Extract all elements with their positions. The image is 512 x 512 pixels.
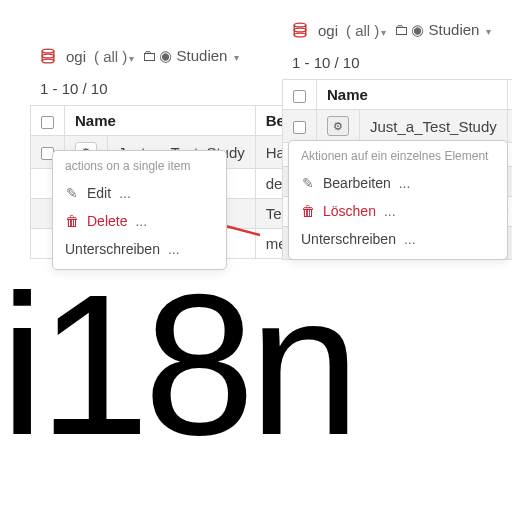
breadcrumb-user[interactable]: ogi bbox=[318, 22, 338, 39]
menu-header: actions on a single item bbox=[53, 157, 226, 179]
svg-point-4 bbox=[294, 28, 306, 32]
menu-edit[interactable]: ✎ Edit ... bbox=[53, 179, 226, 207]
folder-icon: 🗀 bbox=[394, 21, 409, 38]
col-name[interactable]: Name bbox=[317, 80, 508, 110]
svg-point-3 bbox=[294, 23, 306, 27]
select-all-checkbox[interactable] bbox=[293, 90, 306, 103]
app-logo-icon bbox=[38, 44, 58, 68]
breadcrumb: ogi ( all )▾ 🗀◉ Studien ▾ bbox=[30, 38, 270, 74]
table-row[interactable]: ⚙ Just_a_Test_Study Hallo bbox=[283, 110, 513, 143]
menu-header: Aktionen auf ein einzelnes Element bbox=[289, 147, 507, 169]
app-logo-icon bbox=[290, 18, 310, 42]
breadcrumb-scope[interactable]: ( all )▾ bbox=[346, 22, 386, 39]
col-desc[interactable]: Besch bbox=[507, 80, 512, 110]
trash-icon: 🗑 bbox=[301, 203, 315, 219]
breadcrumb: ogi ( all )▾ 🗀◉ Studien ▾ bbox=[282, 12, 512, 48]
svg-point-0 bbox=[42, 49, 54, 53]
chevron-down-icon: ▾ bbox=[129, 53, 134, 64]
menu-delete[interactable]: 🗑 Löschen ... bbox=[289, 197, 507, 225]
menu-sign[interactable]: Unterschreiben ... bbox=[53, 235, 226, 263]
row-checkbox[interactable] bbox=[293, 121, 306, 134]
select-all-checkbox[interactable] bbox=[41, 116, 54, 129]
col-name[interactable]: Name bbox=[65, 106, 256, 136]
menu-sign[interactable]: Unterschreiben ... bbox=[289, 225, 507, 253]
trash-icon: 🗑 bbox=[65, 213, 79, 229]
pager: 1 - 10 / 10 bbox=[282, 48, 512, 79]
row-actions-button[interactable]: ⚙ bbox=[327, 116, 349, 136]
row-actions-menu-de: Aktionen auf ein einzelnes Element ✎ Bea… bbox=[288, 140, 508, 260]
row-actions-menu: actions on a single item ✎ Edit ... 🗑 De… bbox=[52, 150, 227, 270]
breadcrumb-user[interactable]: ogi bbox=[66, 48, 86, 65]
pencil-icon: ✎ bbox=[65, 185, 79, 201]
gear-icon: ⚙ bbox=[333, 120, 343, 133]
chevron-down-icon: ▾ bbox=[234, 52, 239, 63]
chevron-down-icon: ▾ bbox=[381, 27, 386, 38]
menu-edit[interactable]: ✎ Bearbeiten ... bbox=[289, 169, 507, 197]
pencil-icon: ✎ bbox=[301, 175, 315, 191]
headline: i18n bbox=[0, 270, 354, 460]
breadcrumb-scope[interactable]: ( all )▾ bbox=[94, 48, 134, 65]
menu-delete[interactable]: 🗑 Delete ... bbox=[53, 207, 226, 235]
breadcrumb-folder[interactable]: 🗀◉ Studien ▾ bbox=[394, 21, 490, 39]
svg-point-1 bbox=[42, 54, 54, 58]
svg-point-2 bbox=[42, 59, 54, 63]
chevron-down-icon: ▾ bbox=[486, 26, 491, 37]
svg-point-5 bbox=[294, 33, 306, 37]
breadcrumb-folder[interactable]: 🗀◉ Studien ▾ bbox=[142, 47, 238, 65]
pager: 1 - 10 / 10 bbox=[30, 74, 270, 105]
folder-icon: 🗀 bbox=[142, 47, 157, 64]
